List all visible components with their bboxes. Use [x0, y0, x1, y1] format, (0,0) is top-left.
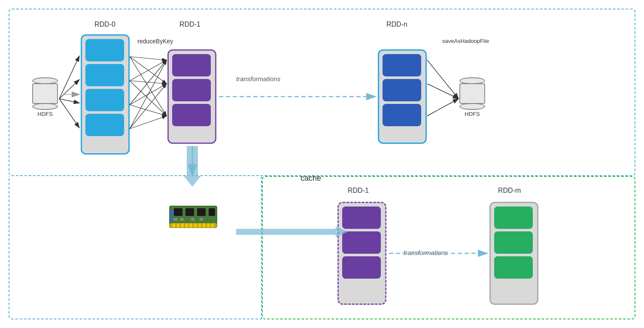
outer-box-bottom: [9, 176, 262, 319]
rdd1-bottom-label: RDD-1: [348, 187, 369, 194]
rdd0-block2: [85, 64, 124, 86]
svg-rect-40: [174, 208, 182, 216]
rdd0-container: [81, 34, 130, 155]
svg-rect-37: [203, 223, 205, 228]
svg-rect-29: [170, 223, 217, 228]
svg-rect-34: [190, 223, 192, 228]
rdd1-top-label: RDD-1: [179, 21, 200, 28]
rdd0-block4: [85, 114, 124, 136]
rddn-block1: [383, 54, 421, 76]
svg-point-49: [170, 216, 173, 222]
hdfs-right-top: [459, 77, 485, 84]
svg-rect-32: [181, 223, 184, 228]
rddn-container: [378, 49, 427, 144]
rddn-block2: [383, 79, 421, 101]
svg-rect-44: [174, 218, 177, 221]
hdfs-right-body: [459, 83, 485, 104]
hdfs-left-label: HDFS: [37, 111, 52, 117]
rdd1-bottom-block2: [342, 231, 381, 254]
rddm-container: [489, 202, 538, 305]
rdd1-top-block3: [172, 104, 211, 126]
svg-rect-36: [198, 223, 201, 228]
rdd1-bottom-block3: [342, 256, 381, 279]
svg-rect-38: [207, 223, 210, 228]
rdd1-bottom-container: [337, 202, 386, 305]
svg-rect-46: [191, 218, 194, 221]
svg-rect-35: [194, 223, 197, 228]
svg-rect-43: [209, 208, 215, 216]
hdfs-right: HDFS: [459, 77, 485, 117]
rddm-block1: [494, 207, 533, 229]
hdfs-left-bottom: [32, 103, 58, 110]
svg-rect-39: [211, 223, 214, 228]
cache-label: cache: [301, 174, 321, 183]
svg-rect-33: [185, 223, 188, 228]
rdd1-bottom-block1: [342, 207, 381, 229]
svg-rect-41: [185, 208, 194, 216]
rdd0-block1: [85, 39, 124, 61]
reduce-by-key-label: reduceByKey: [137, 38, 173, 45]
rddm-block2: [494, 231, 533, 254]
rddm-label: RDD-m: [498, 187, 521, 194]
hdfs-right-label: HDFS: [465, 111, 480, 117]
svg-point-48: [170, 210, 173, 215]
main-diagram: RDD-0 RDD-1 reduceByKey RDD-n transforma…: [9, 9, 635, 319]
rddm-block3: [494, 256, 533, 279]
rdd0-block3: [85, 89, 124, 111]
rdd1-top-block1: [172, 54, 211, 76]
rdd1-top-container: [167, 49, 216, 144]
svg-rect-30: [173, 223, 175, 228]
green-box: [262, 176, 635, 319]
svg-rect-31: [177, 223, 179, 228]
svg-rect-45: [180, 218, 184, 221]
hdfs-right-bottom: [459, 103, 485, 110]
transformations-bottom-label: transformations: [404, 249, 448, 256]
save-as-hadoop-label: saveAsHadoopFile: [442, 38, 489, 44]
rddn-label: RDD-n: [386, 21, 407, 28]
transformations-top-label: transformations: [236, 75, 280, 82]
rddn-block3: [383, 104, 421, 126]
svg-rect-42: [197, 208, 206, 216]
rdd0-label: RDD-0: [94, 21, 115, 28]
memory-chip: [167, 193, 219, 232]
hdfs-left-body: [32, 83, 58, 104]
hdfs-left: HDFS: [32, 77, 58, 117]
svg-rect-47: [200, 218, 203, 221]
rdd1-top-block2: [172, 79, 211, 101]
hdfs-left-top: [32, 77, 58, 84]
